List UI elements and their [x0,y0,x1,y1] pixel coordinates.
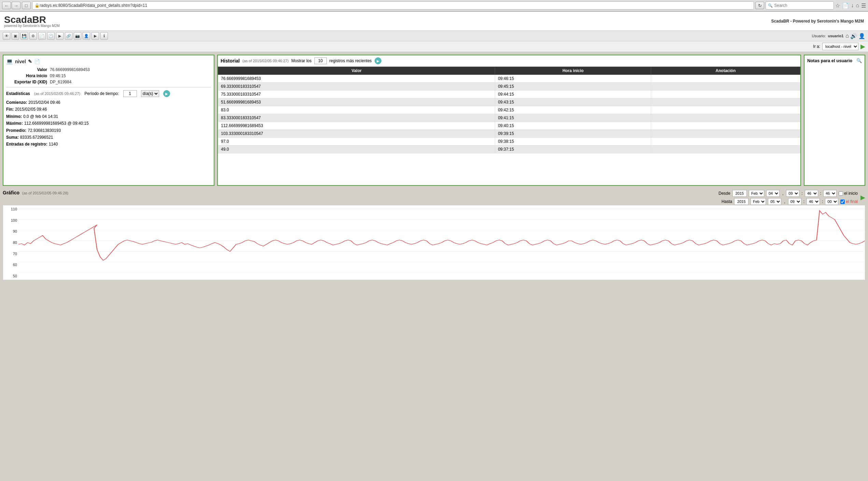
minimo-label: Mínimo: [6,113,22,120]
el-final-checkbox[interactable] [840,200,845,204]
nav-arrow-button[interactable]: ▶ [56,32,64,40]
el-inicio-checkbox[interactable] [839,191,843,196]
star-icon[interactable]: ☆ [835,2,840,9]
hist-timestamp: (as of 2015/02/05 09:46:27) [242,59,289,63]
cell-valor: 69.333000183310547 [218,83,495,91]
desde-colon1: : [801,191,802,196]
y-label-70: 70 [13,252,17,256]
hasta-day-select[interactable]: 05 [768,198,781,205]
hasta-month-select[interactable]: Feb [751,198,766,205]
table-row: 69.33300018331054709:45:15 [218,83,800,91]
panel-title: 💻 nivel ✎ 📄 [6,58,211,65]
nav-clock-button[interactable]: 🕐 [47,32,55,40]
desde-min-select[interactable]: 46 [805,190,818,197]
panel-name: nivel [15,59,26,64]
panel-copy2-icon[interactable]: 📄 [34,59,40,64]
chart-title-row: Gráfico (as of 2015/02/05 09:46:28) [3,190,68,195]
desde-year[interactable] [732,190,747,197]
cell-valor: 97.0 [218,138,495,146]
user-area: Usuario: usuario1 ⌂ 🔊 👤 [812,33,866,39]
goto-arrow-icon[interactable]: ▶ [860,43,865,50]
hasta-sec-select[interactable]: 00 [825,198,838,205]
period-select[interactable]: día(s) [141,90,159,97]
valor-label: Valor [6,67,47,72]
records-input[interactable] [314,57,327,64]
cell-anotacion [651,106,800,114]
cell-hora: 09:42:15 [495,106,651,114]
cell-anotacion [651,83,800,91]
nav-doc-button[interactable]: 📄 [38,32,46,40]
panel-monitor-icon: 💻 [6,58,13,65]
hora-row: Hora inicio 09:46:15 [6,73,211,78]
download-icon[interactable]: ↓ [851,2,854,9]
app-nav: 👁 ▣ 💾 ⚙ 📄 🕐 ▶ 🔗 📷 👤 ▶ ℹ Usuario: usuario… [0,31,868,41]
person-icon[interactable]: 👤 [858,33,865,39]
chart-line [18,211,865,260]
desde-hour-select[interactable]: 09 [786,190,799,197]
user-label: Usuario: [812,34,826,38]
cell-valor: 103.333000183310547 [218,130,495,138]
nav-copy-button[interactable]: ▣ [12,32,19,40]
cell-anotacion [651,146,800,153]
desde-month-select[interactable]: Feb [749,190,764,197]
logo-area: ScadaBR powered by Serotonin's Mango M2M [4,14,60,28]
bookmark-icon[interactable]: 📄 [842,2,849,9]
nav-image-button[interactable]: 📷 [74,32,81,40]
search-input[interactable] [774,3,831,8]
y-label-80: 80 [13,240,17,245]
cell-anotacion [651,130,800,138]
nav-user-button[interactable]: 👤 [83,32,90,40]
app-header: ScadaBR powered by Serotonin's Mango M2M… [0,12,868,31]
nav-save-button[interactable]: 💾 [20,32,28,40]
desde-row: Desde Feb 04 , 09 : 46 : 46 el inicio [718,190,858,197]
y-label-100: 100 [11,218,17,222]
hasta-hour-select[interactable]: 09 [788,198,801,205]
el-final-label[interactable]: el final [840,199,858,204]
menu-icon[interactable]: ☰ [861,2,866,9]
cell-hora: 09:38:15 [495,138,651,146]
hasta-year[interactable] [734,198,748,205]
chart-container: 110 100 90 80 70 60 50 [3,205,865,280]
cell-anotacion [651,91,800,98]
table-row: 49.009:37:15 [218,146,800,153]
nav-link-button[interactable]: 🔗 [65,32,72,40]
hist-play-button[interactable]: ▶ [375,57,381,64]
minimo-value: 0.0 @ feb 04 14:31 [23,113,58,120]
historial-panel: Historial (as of 2015/02/05 09:46:27) Mo… [217,55,801,186]
nav-play-button[interactable]: ▶ [92,32,99,40]
notes-search-icon[interactable]: 🔍 [856,58,862,63]
speaker-icon[interactable]: 🔊 [850,33,857,39]
cell-hora: 09:39:15 [495,130,651,138]
desde-day-select[interactable]: 04 [766,190,780,197]
table-row: 83.33300018331054709:41:15 [218,114,800,122]
cell-hora: 09:43:15 [495,98,651,106]
hasta-min-select[interactable]: 46 [807,198,820,205]
panel-edit-icon[interactable]: ✎ [28,59,32,64]
desde-sec-select[interactable]: 46 [823,190,837,197]
stats-title: Estadísticas [6,91,30,96]
stats-play-button[interactable]: ▶ [163,90,170,97]
entradas-label: Entradas de registro: [6,141,47,148]
url-bar[interactable] [40,3,752,8]
stop-button[interactable]: □ [22,2,31,9]
forward-button[interactable]: → [12,2,20,9]
nav-eye-button[interactable]: 👁 [3,32,10,40]
cell-hora: 09:40:15 [495,122,651,130]
desde-colon2: : [820,191,821,196]
goto-label: Ir a: [813,44,820,49]
logo-scada-black: Scada [4,14,32,25]
home-icon[interactable]: ⌂ [856,2,859,9]
refresh-button[interactable]: ↻ [755,2,764,9]
period-input[interactable] [123,90,137,97]
nav-info-button[interactable]: ℹ [100,32,108,40]
goto-select[interactable]: localhost - nivel [822,43,858,50]
nav-settings-button[interactable]: ⚙ [29,32,37,40]
chart-play-icon[interactable]: ▶ [860,194,865,201]
home-user-icon[interactable]: ⌂ [845,33,849,39]
search-icon: 🔍 [768,3,773,8]
back-button[interactable]: ← [2,2,11,9]
el-inicio-label[interactable]: el inicio [839,191,858,196]
cell-valor: 49.0 [218,146,495,153]
suma-label: Suma: [6,134,19,141]
table-row: 97.009:38:15 [218,138,800,146]
